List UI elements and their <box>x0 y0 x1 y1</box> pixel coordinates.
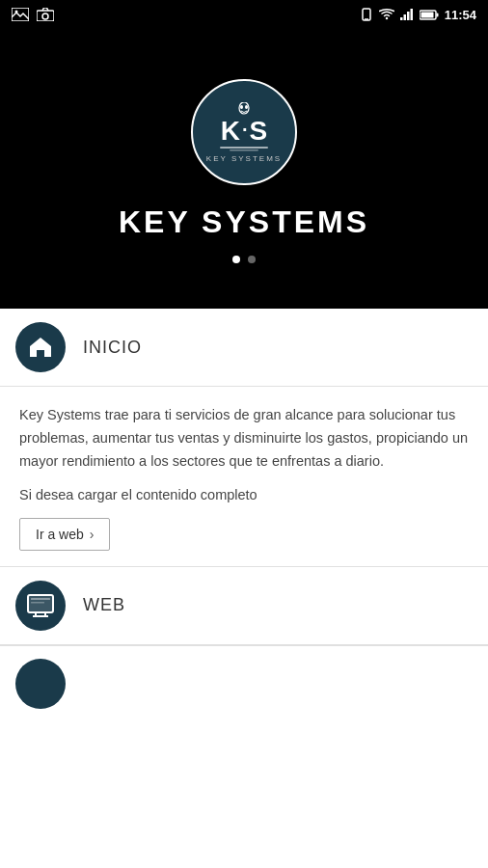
cta-text: Si desea cargar el contenido completo <box>19 487 469 502</box>
inicio-icon-circle <box>15 322 66 372</box>
alien-icon <box>236 102 252 116</box>
web-section-item[interactable]: WEB <box>0 567 488 645</box>
status-time: 11:54 <box>445 8 476 22</box>
logo-circle: K · S KEY SYSTEMS <box>191 79 297 185</box>
svg-point-14 <box>240 105 243 109</box>
svg-rect-16 <box>220 147 268 149</box>
status-right-icons: 11:54 <box>360 7 476 22</box>
phone-signal-icon <box>360 7 373 22</box>
go-web-button[interactable]: Ir a web › <box>19 518 110 551</box>
svg-rect-17 <box>230 149 258 151</box>
svg-point-15 <box>245 105 248 109</box>
signal-icon <box>400 9 414 20</box>
web-label: WEB <box>83 595 125 615</box>
hero-banner: K · S KEY SYSTEMS KEY SYSTEMS <box>0 29 488 309</box>
svg-rect-11 <box>420 12 433 17</box>
content-area: Key Systems trae para ti servicios de gr… <box>0 387 488 567</box>
battery-icon <box>420 10 439 20</box>
svg-rect-12 <box>436 13 438 16</box>
app-title: KEY SYSTEMS <box>119 204 369 240</box>
status-bar: 11:54 <box>0 0 488 29</box>
dot-2 <box>248 256 256 263</box>
wifi-icon <box>379 9 394 20</box>
logo-subtitle: KEY SYSTEMS <box>206 154 282 163</box>
monitor-icon <box>27 594 54 617</box>
bottom-hint <box>0 645 488 684</box>
svg-rect-24 <box>31 602 44 604</box>
svg-rect-4 <box>363 9 370 20</box>
svg-point-3 <box>42 14 48 19</box>
go-web-label: Ir a web <box>36 527 84 542</box>
inicio-section-item[interactable]: INICIO <box>0 309 488 387</box>
dot-1 <box>232 256 240 263</box>
status-left-icons <box>12 8 54 21</box>
description-text: Key Systems trae para ti servicios de gr… <box>19 404 469 474</box>
inicio-label: INICIO <box>83 338 142 358</box>
pagination-dots <box>232 256 256 263</box>
camera-icon <box>37 8 54 21</box>
svg-rect-9 <box>410 9 413 20</box>
logo-decoration <box>215 145 273 152</box>
bottom-icon-partial <box>15 659 66 709</box>
svg-rect-8 <box>407 12 410 20</box>
svg-rect-23 <box>31 598 50 600</box>
chevron-right-icon: › <box>90 527 95 542</box>
home-icon <box>28 336 53 359</box>
svg-rect-6 <box>400 17 403 20</box>
svg-rect-7 <box>403 14 406 20</box>
gallery-icon <box>12 8 29 21</box>
web-icon-circle <box>15 581 66 631</box>
